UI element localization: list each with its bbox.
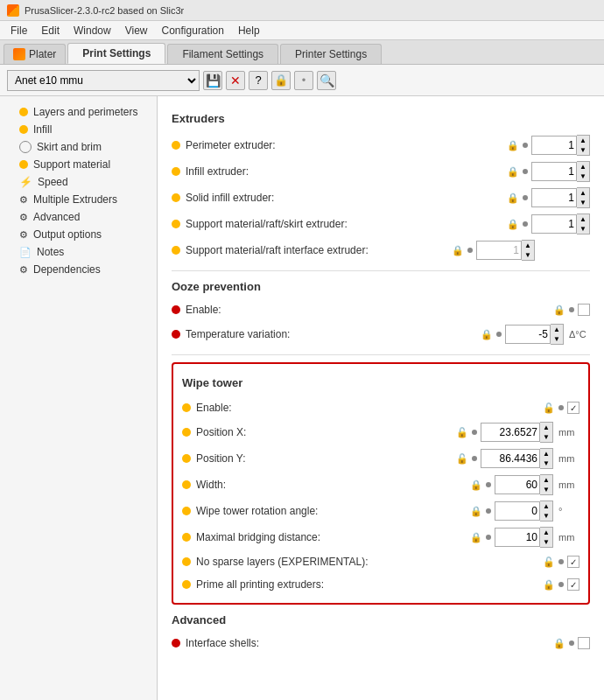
wipe-width-lock-icon[interactable]: 🔒 — [470, 480, 482, 491]
infill-lock-icon[interactable]: 🔒 — [507, 166, 519, 178]
sidebar-item-dependencies[interactable]: ⚙ Dependencies — [0, 261, 157, 278]
menu-help[interactable]: Help — [231, 23, 267, 38]
interface-shells-checkbox[interactable] — [578, 637, 590, 649]
profile-select[interactable]: Anet e10 mmu — [7, 70, 200, 91]
tab-plater[interactable]: Plater — [4, 44, 66, 64]
solid-infill-spin-down[interactable]: ▼ — [577, 198, 589, 207]
temp-variation-input[interactable]: ▲ ▼ — [505, 324, 564, 345]
wipe-rotation-input[interactable]: ▲ ▼ — [495, 500, 553, 522]
wipe-pos-x-input[interactable]: ▲ ▼ — [481, 422, 553, 443]
perimeter-spin-up[interactable]: ▲ — [577, 136, 589, 145]
wipe-pos-x-value[interactable] — [481, 423, 540, 442]
sidebar-item-support[interactable]: Support material — [0, 156, 157, 173]
perimeter-lock-icon[interactable]: 🔒 — [507, 140, 519, 151]
wipe-width-input[interactable]: ▲ ▼ — [495, 474, 553, 495]
wipe-pos-y-spin-up[interactable]: ▲ — [540, 449, 552, 458]
infill-extruder-value[interactable] — [531, 162, 577, 181]
menu-window[interactable]: Window — [67, 23, 118, 38]
support-raft-lock-icon[interactable]: 🔒 — [507, 219, 519, 230]
ooze-enable-checkbox[interactable] — [578, 304, 590, 316]
temp-variation-lock-icon[interactable]: 🔒 — [481, 329, 493, 340]
perimeter-spin-down[interactable]: ▼ — [577, 145, 589, 155]
sidebar-item-speed[interactable]: ⚡ Speed — [0, 173, 157, 191]
wipe-no-sparse-checkbox[interactable] — [567, 556, 579, 568]
sidebar-item-skirt[interactable]: Skirt and brim — [0, 138, 157, 156]
temp-variation-spin-down[interactable]: ▼ — [551, 334, 563, 344]
wipe-width-spin-down[interactable]: ▼ — [540, 485, 552, 494]
wipe-bridging-spin-down[interactable]: ▼ — [540, 537, 552, 547]
lock-dot-button[interactable]: • — [294, 71, 313, 90]
perimeter-extruder-value[interactable] — [531, 136, 577, 155]
support-interface-extruder-input[interactable]: ▲ ▼ — [476, 240, 535, 261]
sidebar-item-layers[interactable]: Layers and perimeters — [0, 103, 157, 121]
wipe-bridging-input[interactable]: ▲ ▼ — [495, 527, 553, 548]
wipe-width-spin-up[interactable]: ▲ — [540, 475, 552, 485]
sidebar-item-advanced[interactable]: ⚙ Advanced — [0, 208, 157, 226]
wipe-prime-lock-icon[interactable]: 🔒 — [543, 579, 555, 591]
menu-edit[interactable]: Edit — [34, 23, 67, 38]
wipe-width-value[interactable] — [495, 475, 540, 494]
wipe-pos-x-spin-up[interactable]: ▲ — [540, 423, 552, 432]
wipe-enable-checkbox[interactable] — [567, 402, 579, 414]
wipe-pos-y-spin-down[interactable]: ▼ — [540, 458, 552, 468]
temp-variation-spin-up[interactable]: ▲ — [551, 325, 563, 334]
temp-variation-value[interactable] — [505, 325, 551, 344]
wipe-bridging-spin-up[interactable]: ▲ — [540, 528, 552, 537]
sidebar-item-output[interactable]: ⚙ Output options — [0, 226, 157, 243]
support-raft-value[interactable] — [531, 214, 577, 234]
menu-configuration[interactable]: Configuration — [155, 23, 231, 38]
sidebar-item-extruders[interactable]: ⚙ Multiple Extruders — [0, 191, 157, 208]
sidebar-label-speed: Speed — [38, 176, 68, 188]
solid-infill-extruder-input[interactable]: ▲ ▼ — [531, 187, 590, 208]
sidebar-item-notes[interactable]: 📄 Notes — [0, 243, 157, 261]
support-interface-lock-icon[interactable]: 🔒 — [452, 245, 464, 256]
sidebar-label-skirt: Skirt and brim — [37, 141, 102, 153]
ooze-enable-lock-icon[interactable]: 🔒 — [553, 304, 565, 316]
tab-print-settings[interactable]: Print Settings — [67, 43, 165, 64]
support-interface-value[interactable] — [476, 241, 522, 260]
lock-button[interactable]: 🔒 — [271, 71, 291, 90]
help-button[interactable]: ? — [249, 71, 268, 90]
infill-spin-down[interactable]: ▼ — [577, 172, 589, 181]
support-raft-extruder-input[interactable]: ▲ ▼ — [531, 214, 590, 234]
infill-spin-up[interactable]: ▲ — [577, 162, 589, 172]
search-button[interactable]: 🔍 — [317, 71, 336, 90]
wipe-bridging-value[interactable] — [495, 528, 540, 547]
solid-infill-spin-up[interactable]: ▲ — [577, 188, 589, 198]
wipe-width-dot — [182, 480, 191, 489]
solid-infill-bullet — [523, 195, 528, 200]
wipe-no-sparse-bullet — [558, 559, 564, 564]
wipe-enable-lock-icon[interactable]: 🔓 — [543, 402, 555, 414]
perimeter-extruder-input[interactable]: ▲ ▼ — [531, 135, 590, 156]
wipe-rotation-spin-up[interactable]: ▲ — [540, 501, 552, 511]
wipe-pos-x-lock-icon[interactable]: 🔓 — [456, 427, 468, 438]
support-raft-spin-down[interactable]: ▼ — [577, 224, 589, 234]
save-profile-button[interactable]: 💾 — [203, 71, 222, 90]
delete-profile-button[interactable]: ✕ — [226, 71, 245, 90]
wipe-rotation-value[interactable] — [495, 501, 540, 521]
solid-infill-value[interactable] — [531, 188, 577, 207]
wipe-pos-y-lock-icon[interactable]: 🔓 — [456, 453, 468, 465]
solid-infill-lock-icon[interactable]: 🔒 — [507, 192, 519, 204]
wipe-pos-x-spin-down[interactable]: ▼ — [540, 432, 552, 442]
wipe-pos-y-value[interactable] — [481, 449, 540, 468]
interface-shells-lock-icon[interactable]: 🔒 — [553, 638, 565, 649]
support-interface-spin-down[interactable]: ▼ — [522, 250, 534, 260]
menu-file[interactable]: File — [4, 23, 34, 38]
wipe-rotation-spin-down[interactable]: ▼ — [540, 511, 552, 521]
tab-printer-settings[interactable]: Printer Settings — [280, 44, 382, 64]
support-interface-spin-up[interactable]: ▲ — [522, 241, 534, 250]
wipe-rotation-lock-icon[interactable]: 🔒 — [470, 506, 482, 517]
support-raft-spin-up[interactable]: ▲ — [577, 214, 589, 224]
sidebar-label-infill: Infill — [33, 123, 52, 136]
wipe-pos-y-input[interactable]: ▲ ▼ — [481, 448, 553, 469]
infill-extruder-input[interactable]: ▲ ▼ — [531, 161, 590, 182]
infill-extruder-dot — [172, 167, 180, 176]
menu-view[interactable]: View — [118, 23, 155, 38]
tab-filament-settings[interactable]: Filament Settings — [167, 44, 278, 64]
wipe-prime-checkbox[interactable] — [567, 578, 579, 591]
wipe-no-sparse-lock-icon[interactable]: 🔓 — [543, 556, 555, 568]
wipe-rotation-bullet — [486, 508, 491, 514]
sidebar-item-infill[interactable]: Infill — [0, 121, 157, 138]
wipe-bridging-lock-icon[interactable]: 🔒 — [470, 532, 482, 543]
